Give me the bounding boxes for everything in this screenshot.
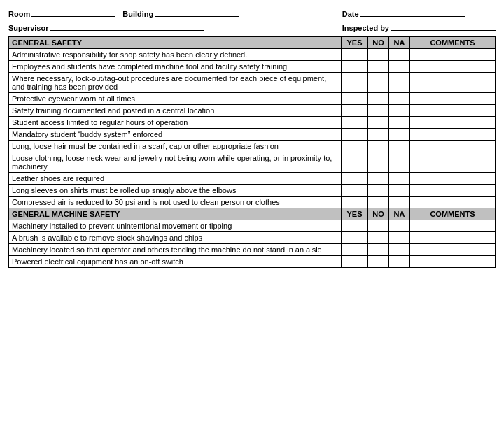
row-na-cell[interactable] <box>389 185 410 197</box>
row-no-cell[interactable] <box>368 185 389 197</box>
row-description: Machinery installed to prevent unintenti… <box>9 220 342 232</box>
row-no-cell[interactable] <box>368 173 389 185</box>
row-na-cell[interactable] <box>389 141 410 152</box>
row-yes-cell[interactable] <box>342 117 368 129</box>
row-no-cell[interactable] <box>368 73 389 93</box>
row-comments-cell[interactable] <box>410 141 496 152</box>
row-comments-cell[interactable] <box>410 105 496 117</box>
row-yes-cell[interactable] <box>342 173 368 185</box>
row-no-cell[interactable] <box>368 244 389 256</box>
row-na-cell[interactable] <box>389 152 410 173</box>
row-description: Safety training documented and posted in… <box>9 105 342 117</box>
table-row: Administrative responsibility for shop s… <box>9 49 496 61</box>
col-na-header: NA <box>389 37 410 49</box>
row-description: Long sleeves on shirts must be rolled up… <box>9 185 342 197</box>
row-comments-cell[interactable] <box>410 61 496 73</box>
row-yes-cell[interactable] <box>342 256 368 268</box>
row-no-cell[interactable] <box>368 220 389 232</box>
row-description: Student access limited to regular hours … <box>9 117 342 129</box>
row-yes-cell[interactable] <box>342 185 368 197</box>
row-yes-cell[interactable] <box>342 141 368 152</box>
row-description: Mandatory student “buddy system” enforce… <box>9 129 342 141</box>
row-no-cell[interactable] <box>368 61 389 73</box>
table-row: Employees and students have completed ma… <box>9 61 496 73</box>
row-na-cell[interactable] <box>389 173 410 185</box>
row-no-cell[interactable] <box>368 117 389 129</box>
table-row: Long, loose hair must be contained in a … <box>9 141 496 152</box>
row-yes-cell[interactable] <box>342 61 368 73</box>
row-na-cell[interactable] <box>389 73 410 93</box>
row-yes-cell[interactable] <box>342 49 368 61</box>
col-comments-header: COMMENTS <box>410 37 496 49</box>
row-comments-cell[interactable] <box>410 152 496 173</box>
row-na-cell[interactable] <box>389 197 410 208</box>
row-yes-cell[interactable] <box>342 220 368 232</box>
row-comments-cell[interactable] <box>410 220 496 232</box>
row-comments-cell[interactable] <box>410 185 496 197</box>
row-no-cell[interactable] <box>368 232 389 244</box>
row-description: Administrative responsibility for shop s… <box>9 49 342 61</box>
table-row: Machinery installed to prevent unintenti… <box>9 220 496 232</box>
row-no-cell[interactable] <box>368 129 389 141</box>
row-na-cell[interactable] <box>389 93 410 105</box>
col-comments-header: COMMENTS <box>410 208 496 220</box>
table-row: Where necessary, lock-out/tag-out proced… <box>9 73 496 93</box>
row-comments-cell[interactable] <box>410 129 496 141</box>
table-row: Long sleeves on shirts must be rolled up… <box>9 185 496 197</box>
row-comments-cell[interactable] <box>410 244 496 256</box>
section-title: GENERAL MACHINE SAFETY <box>9 208 342 220</box>
row-yes-cell[interactable] <box>342 129 368 141</box>
row-na-cell[interactable] <box>389 220 410 232</box>
room-underline <box>31 7 115 17</box>
row-na-cell[interactable] <box>389 256 410 268</box>
row-comments-cell[interactable] <box>410 49 496 61</box>
col-yes-header: YES <box>342 208 368 220</box>
row-no-cell[interactable] <box>368 197 389 208</box>
inspected-by-underline <box>391 21 496 31</box>
row-no-cell[interactable] <box>368 93 389 105</box>
row-yes-cell[interactable] <box>342 244 368 256</box>
section-header-1: GENERAL MACHINE SAFETY YES NO NA COMMENT… <box>9 208 496 220</box>
row-description: Powered electrical equipment has an on-o… <box>9 256 342 268</box>
row-description: Machinery located so that operator and o… <box>9 244 342 256</box>
row-comments-cell[interactable] <box>410 117 496 129</box>
row-na-cell[interactable] <box>389 232 410 244</box>
row-yes-cell[interactable] <box>342 73 368 93</box>
room-label: Room <box>8 10 30 18</box>
row-yes-cell[interactable] <box>342 152 368 173</box>
row-yes-cell[interactable] <box>342 105 368 117</box>
row-no-cell[interactable] <box>368 141 389 152</box>
row-na-cell[interactable] <box>389 61 410 73</box>
supervisor-underline <box>50 21 204 31</box>
row-comments-cell[interactable] <box>410 73 496 93</box>
row-no-cell[interactable] <box>368 49 389 61</box>
row-comments-cell[interactable] <box>410 173 496 185</box>
header-top: Room Building Supervisor Date Inspected … <box>8 7 496 32</box>
building-label: Building <box>122 10 153 18</box>
col-no-header: NO <box>368 37 389 49</box>
row-no-cell[interactable] <box>368 256 389 268</box>
row-comments-cell[interactable] <box>410 256 496 268</box>
row-na-cell[interactable] <box>389 49 410 61</box>
row-no-cell[interactable] <box>368 152 389 173</box>
header-left: Room Building Supervisor <box>8 7 239 32</box>
table-row: Machinery located so that operator and o… <box>9 244 496 256</box>
row-description: A brush is available to remove stock sha… <box>9 232 342 244</box>
col-yes-header: YES <box>342 37 368 49</box>
row-comments-cell[interactable] <box>410 93 496 105</box>
row-no-cell[interactable] <box>368 105 389 117</box>
table-row: Powered electrical equipment has an on-o… <box>9 256 496 268</box>
row-yes-cell[interactable] <box>342 232 368 244</box>
row-yes-cell[interactable] <box>342 93 368 105</box>
table-row: A brush is available to remove stock sha… <box>9 232 496 244</box>
row-na-cell[interactable] <box>389 105 410 117</box>
row-na-cell[interactable] <box>389 129 410 141</box>
row-comments-cell[interactable] <box>410 232 496 244</box>
table-row: Loose clothing, loose neck wear and jewe… <box>9 152 496 173</box>
row-na-cell[interactable] <box>389 244 410 256</box>
inspection-table: GENERAL SAFETY YES NO NA COMMENTS Admini… <box>8 36 496 268</box>
table-row: Compressed air is reduced to 30 psi and … <box>9 197 496 208</box>
row-comments-cell[interactable] <box>410 197 496 208</box>
row-yes-cell[interactable] <box>342 197 368 208</box>
row-na-cell[interactable] <box>389 117 410 129</box>
